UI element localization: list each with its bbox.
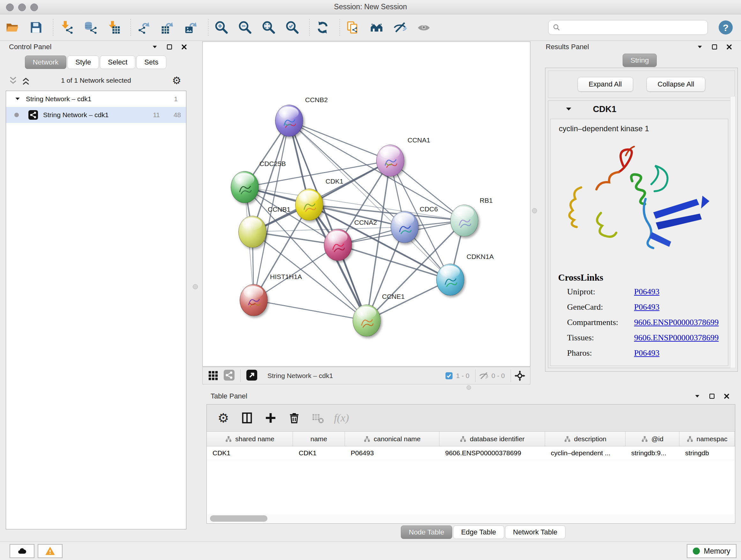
string-home-button[interactable] bbox=[368, 19, 385, 36]
delete-column-button[interactable] bbox=[285, 409, 303, 427]
scrollbar-thumb[interactable] bbox=[210, 515, 267, 522]
network-edge[interactable] bbox=[289, 121, 390, 161]
grid-view-icon[interactable] bbox=[207, 370, 219, 382]
duplicate-network-button[interactable] bbox=[345, 19, 361, 36]
hide-panels-button[interactable] bbox=[392, 19, 408, 36]
panel-menu-icon[interactable] bbox=[696, 44, 703, 51]
zoom-selected-button[interactable] bbox=[284, 19, 300, 36]
collection-expander-icon[interactable] bbox=[14, 96, 21, 102]
network-node-cdc25b[interactable] bbox=[231, 171, 259, 203]
tab-network-table[interactable]: Network Table bbox=[505, 525, 565, 539]
network-node-ccne1[interactable] bbox=[353, 305, 381, 336]
tab-edge-table[interactable]: Edge Table bbox=[453, 525, 504, 539]
crosslink-link[interactable]: P06493 bbox=[634, 302, 659, 312]
panel-menu-icon[interactable] bbox=[151, 44, 158, 51]
tab-sets[interactable]: Sets bbox=[136, 56, 166, 69]
import-table-button[interactable] bbox=[106, 19, 122, 36]
table-cell: cyclin–dependent ... bbox=[545, 446, 625, 460]
network-node-hist1h1a[interactable] bbox=[240, 284, 268, 316]
network-edge[interactable] bbox=[254, 245, 338, 300]
help-button[interactable]: ? bbox=[719, 20, 733, 35]
search-box[interactable] bbox=[548, 20, 708, 35]
network-share-view-icon[interactable] bbox=[223, 370, 235, 382]
network-node-ccnb2[interactable] bbox=[275, 105, 303, 137]
table-row[interactable]: CDK1CDK1P064939606.ENSP00000378699cyclin… bbox=[207, 446, 735, 460]
crosslink-link[interactable]: 9606.ENSP00000378699 bbox=[634, 318, 719, 327]
column-header-name[interactable]: name bbox=[293, 432, 345, 446]
protein-entry-body: cyclin–dependent kinase 1 bbox=[550, 119, 728, 366]
column-header-canonical-name[interactable]: canonical name bbox=[345, 432, 440, 446]
tab-style[interactable]: Style bbox=[67, 56, 99, 69]
entry-expander-icon[interactable] bbox=[565, 105, 572, 113]
import-network-button[interactable] bbox=[58, 19, 74, 36]
function-builder-button[interactable]: f(x) bbox=[333, 409, 350, 427]
network-node-cdkn1a[interactable] bbox=[436, 264, 464, 296]
warnings-button[interactable] bbox=[38, 544, 63, 558]
node-label: CDC25B bbox=[259, 160, 286, 168]
column-header-namespac[interactable]: namespac bbox=[679, 432, 735, 446]
panel-menu-icon[interactable] bbox=[694, 393, 701, 400]
split-panel-button[interactable] bbox=[238, 409, 256, 427]
zoom-fit-button[interactable] bbox=[261, 19, 277, 36]
import-database-button[interactable] bbox=[82, 19, 98, 36]
column-header-shared-name[interactable]: shared name bbox=[207, 432, 293, 446]
network-node-cdc6[interactable] bbox=[391, 211, 419, 243]
tab-node-table[interactable]: Node Table bbox=[401, 525, 452, 539]
export-table-button[interactable] bbox=[159, 19, 176, 36]
column-header-description[interactable]: description bbox=[545, 432, 625, 446]
network-edge[interactable] bbox=[254, 300, 367, 320]
zoom-in-button[interactable] bbox=[213, 19, 229, 36]
collapse-all-button[interactable]: Collapse All bbox=[647, 77, 705, 91]
open-session-button[interactable] bbox=[4, 19, 20, 36]
refresh-view-button[interactable] bbox=[315, 19, 331, 36]
export-network-button[interactable] bbox=[136, 19, 152, 36]
left-splitter-handle[interactable] bbox=[193, 284, 198, 289]
column-header--id[interactable]: @id bbox=[625, 432, 679, 446]
network-node-ccna2[interactable] bbox=[324, 229, 352, 261]
network-options-gear-icon[interactable]: ⚙ bbox=[172, 75, 181, 85]
crosslink-link[interactable]: P06493 bbox=[634, 287, 659, 297]
panel-close-icon[interactable] bbox=[181, 44, 188, 51]
panel-float-icon[interactable] bbox=[711, 44, 718, 51]
panel-float-icon[interactable] bbox=[709, 393, 716, 400]
fit-selected-crosshair-icon[interactable] bbox=[514, 370, 526, 381]
expand-all-button[interactable]: Expand All bbox=[578, 77, 633, 91]
tab-select[interactable]: Select bbox=[100, 56, 135, 69]
protein-entry-header[interactable]: CDK1 bbox=[548, 101, 735, 118]
network-node-ccnb1[interactable] bbox=[239, 216, 266, 248]
bottom-splitter-handle[interactable] bbox=[467, 385, 471, 390]
tab-network[interactable]: Network bbox=[25, 56, 67, 69]
memory-button[interactable]: Memory bbox=[687, 544, 737, 558]
show-overview-button[interactable] bbox=[416, 19, 432, 36]
add-column-button[interactable] bbox=[262, 409, 280, 427]
panel-float-icon[interactable] bbox=[166, 44, 173, 51]
export-image-button[interactable] bbox=[183, 19, 199, 36]
open-in-window-icon[interactable] bbox=[246, 370, 258, 382]
table-horizontal-scrollbar[interactable] bbox=[207, 514, 734, 523]
save-session-button[interactable] bbox=[28, 19, 44, 36]
zoom-out-button[interactable] bbox=[237, 19, 253, 36]
column-network-icon bbox=[225, 435, 232, 442]
cloud-icon bbox=[17, 546, 27, 556]
delete-table-button[interactable] bbox=[309, 409, 327, 427]
selected-checkbox-icon[interactable] bbox=[445, 371, 454, 380]
table-settings-gear-button[interactable]: ⚙ bbox=[214, 409, 232, 427]
network-collection-row[interactable]: String Network – cdk1 1 bbox=[6, 91, 186, 107]
cloud-status-button[interactable] bbox=[10, 544, 35, 558]
network-node-ccna1[interactable] bbox=[376, 145, 404, 177]
network-node-cdk1[interactable] bbox=[295, 189, 323, 221]
search-input[interactable] bbox=[563, 23, 708, 32]
results-scrollbar[interactable] bbox=[730, 96, 736, 368]
panel-close-icon[interactable] bbox=[726, 44, 733, 51]
network-node-rb1[interactable] bbox=[450, 205, 478, 237]
column-header-database-identifier[interactable]: database identifier bbox=[440, 432, 545, 446]
hidden-eye-icon[interactable] bbox=[479, 371, 489, 381]
network-view-canvas[interactable]: CCNB2CCNA1CDC25BCDK1CDC6RB1CCNB1CCNA2CDK… bbox=[202, 42, 530, 367]
open-session-icon bbox=[5, 20, 19, 35]
tab-string[interactable]: String bbox=[623, 54, 657, 67]
crosslink-link[interactable]: 9606.ENSP00000378699 bbox=[634, 333, 719, 343]
crosslink-link[interactable]: P06493 bbox=[634, 348, 659, 358]
network-row[interactable]: String Network – cdk1 11 48 bbox=[6, 107, 186, 123]
right-splitter-handle[interactable] bbox=[532, 208, 537, 213]
panel-close-icon[interactable] bbox=[723, 393, 730, 400]
